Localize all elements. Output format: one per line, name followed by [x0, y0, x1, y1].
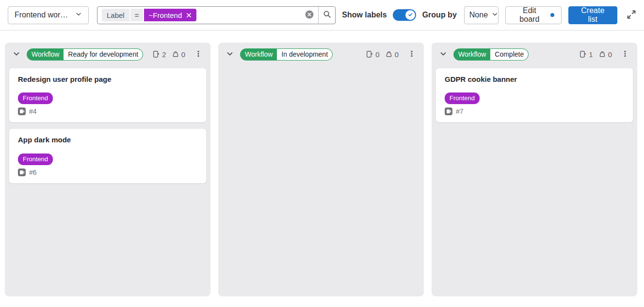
issue-type-icon: [445, 107, 452, 115]
issues-count-icon: [366, 50, 373, 58]
board-card[interactable]: GDPR cookie banner Frontend #7: [435, 68, 633, 123]
filter-bar-actions: [301, 7, 335, 24]
issue-type-icon: [18, 169, 26, 176]
board-list-complete: Workflow Complete 1 0 GDPR cookie banner…: [432, 43, 637, 296]
weight-count: 0: [395, 50, 399, 59]
list-header: Workflow Ready for development 2 0: [5, 43, 210, 66]
collapse-list-button[interactable]: [11, 48, 22, 60]
scoped-label-key: Workflow: [27, 49, 64, 60]
chevron-down-icon: [492, 11, 498, 19]
card-footer: #6: [18, 169, 196, 176]
remove-token-icon[interactable]: [186, 12, 192, 18]
scoped-label-key: Workflow: [454, 49, 490, 60]
card-title[interactable]: GDPR cookie banner: [445, 75, 623, 84]
edit-board-button[interactable]: Edit board: [505, 6, 562, 24]
scoped-label-key: Workflow: [241, 49, 277, 60]
group-by-value: None: [469, 11, 488, 19]
weight-icon: [598, 50, 606, 58]
vertical-ellipsis-icon: [408, 50, 416, 59]
collapse-list-button[interactable]: [437, 48, 449, 60]
issue-reference: #7: [456, 107, 464, 115]
list-settings-button[interactable]: [193, 48, 204, 60]
issues-count-icon: [152, 50, 160, 58]
issues-count: 0: [375, 50, 379, 59]
filter-bar[interactable]: Label = ~Frontend: [97, 6, 336, 24]
list-counts: 0 0: [366, 50, 399, 59]
filter-token-value[interactable]: ~Frontend: [144, 9, 196, 21]
weight-count: 0: [608, 50, 612, 59]
board-switcher-dropdown[interactable]: Frontend workfl...: [8, 6, 89, 24]
board-list-in-development: Workflow In development 0 0: [218, 43, 424, 296]
issue-type-icon: [18, 107, 26, 115]
search-button[interactable]: [318, 7, 335, 24]
vertical-ellipsis-icon: [621, 50, 629, 59]
filter-token-value-label: ~Frontend: [148, 11, 182, 19]
issues-count: 2: [162, 50, 166, 59]
group-by-label: Group by: [422, 11, 457, 19]
board-switcher-label: Frontend workfl...: [15, 11, 71, 19]
weight-icon: [385, 50, 393, 58]
weight-icon: [172, 50, 179, 58]
filter-token-key[interactable]: Label: [102, 9, 129, 21]
scoped-label-value: Complete: [490, 49, 528, 60]
expand-icon: [627, 10, 636, 21]
issue-reference: #6: [29, 169, 37, 176]
chevron-down-icon: [75, 11, 82, 19]
list-cards: GDPR cookie banner Frontend #7: [432, 66, 637, 128]
list-scoped-label: Workflow In development: [240, 48, 333, 61]
show-labels-label: Show labels: [342, 11, 386, 19]
chevron-down-icon: [439, 50, 447, 59]
clear-search-button[interactable]: [301, 7, 318, 24]
list-cards: Redesign user profile page Frontend #4 A…: [5, 66, 210, 189]
scoped-label-value: Ready for development: [64, 49, 143, 60]
board-toolbar: Frontend workfl... Label = ~Frontend: [0, 0, 644, 31]
issue-reference: #4: [29, 107, 37, 115]
list-header: Workflow Complete 1 0: [432, 43, 637, 66]
board-card[interactable]: Redesign user profile page Frontend #4: [9, 68, 207, 123]
list-cards: [218, 66, 424, 68]
card-title[interactable]: App dark mode: [18, 135, 196, 145]
issue-board: Workflow Ready for development 2 0 Redes…: [0, 31, 644, 296]
clear-icon: [305, 10, 314, 20]
filter-token-operator[interactable]: =: [130, 9, 144, 21]
board-list-ready-for-development: Workflow Ready for development 2 0 Redes…: [5, 43, 210, 296]
show-labels-toggle[interactable]: [393, 9, 416, 21]
focus-mode-button[interactable]: [627, 10, 636, 21]
create-list-label: Create list: [576, 6, 610, 24]
board-card[interactable]: App dark mode Frontend #6: [9, 128, 207, 183]
list-scoped-label: Workflow Complete: [453, 48, 529, 61]
edit-board-label: Edit board: [513, 6, 547, 24]
card-label[interactable]: Frontend: [445, 92, 480, 104]
issues-count-icon: [579, 50, 587, 58]
check-icon: [407, 11, 414, 19]
vertical-ellipsis-icon: [194, 50, 202, 59]
weight-count: 0: [181, 50, 185, 59]
toggle-knob: [405, 10, 415, 20]
issues-count: 1: [589, 50, 593, 59]
card-footer: #4: [18, 107, 196, 115]
chevron-down-icon: [13, 50, 20, 59]
card-label[interactable]: Frontend: [18, 154, 53, 165]
list-header: Workflow In development 0 0: [218, 43, 424, 66]
chevron-down-icon: [226, 50, 234, 59]
card-footer: #7: [445, 107, 623, 115]
card-title[interactable]: Redesign user profile page: [18, 75, 196, 84]
list-counts: 2 0: [152, 50, 185, 59]
collapse-list-button[interactable]: [224, 48, 236, 60]
list-counts: 1 0: [579, 50, 612, 59]
unsaved-changes-dot: [550, 13, 554, 17]
list-settings-button[interactable]: [406, 48, 417, 60]
search-icon: [323, 10, 331, 20]
scoped-label-value: In development: [277, 49, 332, 60]
card-label[interactable]: Frontend: [18, 92, 53, 104]
group-by-dropdown[interactable]: None: [464, 6, 499, 24]
create-list-button[interactable]: Create list: [568, 6, 617, 24]
list-scoped-label: Workflow Ready for development: [27, 48, 143, 61]
list-settings-button[interactable]: [620, 48, 630, 60]
